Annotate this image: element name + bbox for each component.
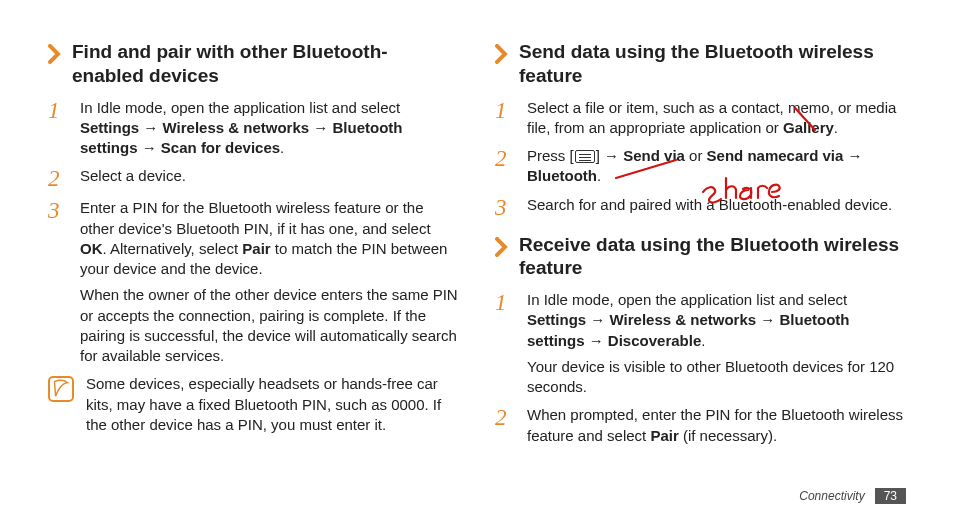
step-sub: When the owner of the other device enter… [80,285,459,366]
step-number: 2 [495,405,517,446]
section-title: Send data using the Bluetooth wireless f… [519,40,906,88]
step-number: 1 [495,98,517,139]
step-number: 1 [48,98,70,159]
footer-category: Connectivity [799,489,864,503]
page-footer: Connectivity 73 [799,488,906,504]
section-title: Find and pair with other Bluetooth-enabl… [72,40,459,88]
step-text: Search for and paired with a Bluetooth-e… [527,195,906,219]
section-find-pair: Find and pair with other Bluetooth-enabl… [48,40,459,435]
step-text: Press [] → Send via or Send namecard via… [527,146,906,187]
page-number: 73 [875,488,906,504]
step-number: 1 [495,290,517,397]
step-number: 2 [495,146,517,187]
step: 2 Press [] → Send via or Send namecard v… [495,146,906,187]
manual-page: Find and pair with other Bluetooth-enabl… [0,0,954,518]
step-text: In Idle mode, open the application list … [527,290,906,397]
chevron-right-icon [48,44,62,64]
right-column: Send data using the Bluetooth wireless f… [495,40,906,506]
chevron-right-icon [495,237,509,257]
section-title: Receive data using the Bluetooth wireles… [519,233,906,281]
step: 2 Select a device. [48,166,459,190]
step-main: In Idle mode, open the application list … [527,291,849,349]
note-text: Some devices, especially headsets or han… [86,374,459,435]
step-number: 3 [495,195,517,219]
step: 1 Select a file or item, such as a conta… [495,98,906,139]
section-receive-data: Receive data using the Bluetooth wireles… [495,233,906,446]
step-text: Enter a PIN for the Bluetooth wireless f… [80,198,459,366]
step-text: When prompted, enter the PIN for the Blu… [527,405,906,446]
section-header: Send data using the Bluetooth wireless f… [495,40,906,88]
note: Some devices, especially headsets or han… [48,374,459,435]
note-icon [48,376,74,402]
step: 1 In Idle mode, open the application lis… [495,290,906,397]
chevron-right-icon [495,44,509,64]
section-header: Find and pair with other Bluetooth-enabl… [48,40,459,88]
step-number: 2 [48,166,70,190]
step-text: Select a device. [80,166,459,190]
step: 3 Search for and paired with a Bluetooth… [495,195,906,219]
section-header: Receive data using the Bluetooth wireles… [495,233,906,281]
step: 1 In Idle mode, open the application lis… [48,98,459,159]
step: 2 When prompted, enter the PIN for the B… [495,405,906,446]
step-sub: Your device is visible to other Bluetoot… [527,357,906,398]
step-number: 3 [48,198,70,366]
step-text: In Idle mode, open the application list … [80,98,459,159]
step-text: Select a file or item, such as a contact… [527,98,906,139]
menu-key-icon [575,150,595,163]
left-column: Find and pair with other Bluetooth-enabl… [48,40,459,506]
step: 3 Enter a PIN for the Bluetooth wireless… [48,198,459,366]
step-main: Enter a PIN for the Bluetooth wireless f… [80,199,447,277]
section-send-data: Send data using the Bluetooth wireless f… [495,40,906,219]
